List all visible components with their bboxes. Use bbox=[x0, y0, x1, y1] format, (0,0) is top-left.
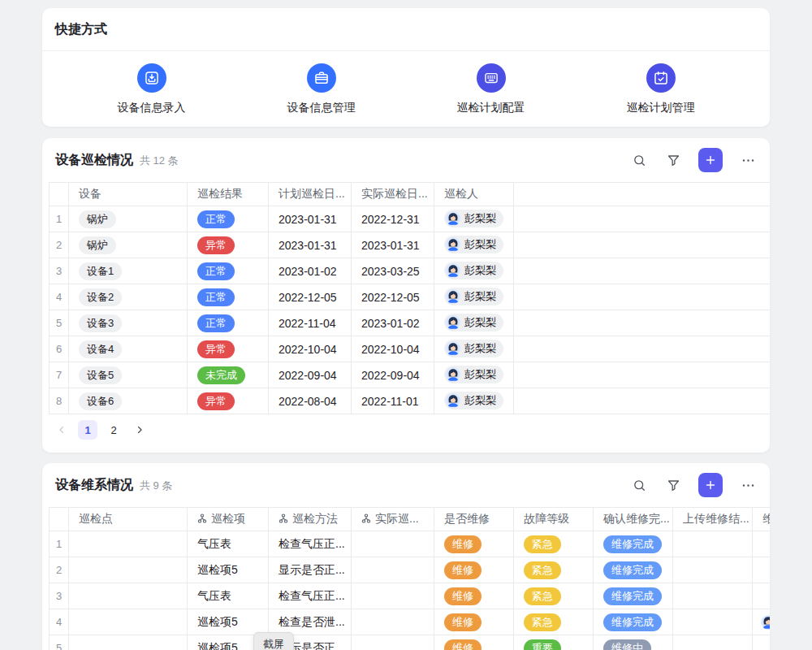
repair-pill: 维修 bbox=[444, 587, 482, 605]
device-tag: 设备2 bbox=[79, 288, 122, 306]
device-tag: 设备3 bbox=[79, 314, 122, 332]
avatar bbox=[446, 315, 460, 330]
actual-cell bbox=[352, 583, 434, 609]
avatar bbox=[446, 263, 460, 278]
col-header-index bbox=[50, 508, 69, 531]
planned-date: 2023-01-02 bbox=[269, 258, 352, 284]
inspector-chip: 彭梨梨 bbox=[444, 340, 503, 358]
device-tag: 锅炉 bbox=[79, 236, 116, 254]
row-index: 6 bbox=[50, 336, 69, 362]
shortcut-label: 巡检计划配置 bbox=[457, 101, 525, 115]
maintenance-toolbar: 设备维系情况 共 9 条 bbox=[42, 463, 770, 507]
shortcut-device-entry[interactable]: 设备信息录入 bbox=[87, 63, 217, 115]
result-pill: 正常 bbox=[197, 314, 235, 332]
row-index: 2 bbox=[50, 232, 69, 258]
inspector-chip: 彭梨梨 bbox=[444, 314, 503, 332]
table-row[interactable]: 2 巡检项5 显示是否正... 维修 紧急 维修完成 bbox=[50, 557, 771, 583]
item-cell: 气压表 bbox=[188, 583, 269, 609]
inspection-title: 设备巡检情况 bbox=[55, 152, 133, 169]
shortcut-label: 巡检计划管理 bbox=[627, 101, 695, 115]
inspection-card: 设备巡检情况 共 12 条 设备 巡检结果 计划巡检日... 实际巡检日... … bbox=[42, 138, 770, 453]
col-header-result: 巡检结果 bbox=[188, 183, 269, 206]
level-pill: 紧急 bbox=[524, 535, 561, 553]
level-pill: 重要 bbox=[524, 639, 561, 650]
table-row[interactable]: 3 气压表 检查气压正... 维修 紧急 维修完成 bbox=[50, 583, 771, 609]
table-row[interactable]: 3 设备1 正常 2023-01-02 2023-03-25 彭梨梨 bbox=[50, 258, 771, 284]
actual-cell bbox=[352, 609, 434, 635]
avatar bbox=[446, 341, 460, 356]
method-cell: 检查气压正... bbox=[269, 583, 352, 609]
inspector-chip: 彭梨梨 bbox=[444, 262, 503, 280]
row-index: 7 bbox=[50, 362, 69, 388]
shortcuts-row: 设备信息录入 设备信息管理 巡检计划配置 巡检计划管理 bbox=[42, 51, 770, 115]
shortcuts-title: 快捷方式 bbox=[55, 21, 107, 38]
page-button-1[interactable]: 1 bbox=[78, 420, 97, 440]
shortcut-plan-manage[interactable]: 巡检计划管理 bbox=[596, 63, 726, 115]
col-header-upload: 上传维修结... bbox=[673, 508, 753, 531]
table-row[interactable]: 5 设备3 正常 2022-11-04 2023-01-02 彭梨梨 bbox=[50, 310, 771, 336]
method-cell: 检查是否泄... bbox=[269, 609, 352, 635]
inspection-toolbar: 设备巡检情况 共 12 条 bbox=[42, 138, 770, 182]
dashboard-page: 快捷方式 设备信息录入 设备信息管理 巡检计划配置 bbox=[0, 0, 812, 650]
confirm-pill: 维修中 bbox=[603, 639, 651, 650]
search-icon[interactable] bbox=[630, 476, 648, 494]
item-cell: 巡检项5 bbox=[188, 609, 269, 635]
actual-date: 2022-10-04 bbox=[352, 336, 434, 362]
toolbar-actions bbox=[630, 148, 757, 172]
table-row[interactable]: 1 气压表 检查气压正... 维修 紧急 维修完成 bbox=[50, 531, 771, 557]
add-record-button[interactable] bbox=[698, 148, 723, 172]
shortcuts-header: 快捷方式 bbox=[42, 8, 770, 50]
device-tag: 设备4 bbox=[79, 340, 122, 358]
calendar-check-icon bbox=[646, 63, 676, 93]
point-cell bbox=[69, 583, 188, 609]
table-row[interactable]: 4 设备2 正常 2022-12-05 2022-12-05 彭梨梨 bbox=[50, 284, 771, 310]
item-cell: 巡检项5 bbox=[188, 557, 269, 583]
actual-cell bbox=[352, 635, 434, 650]
shortcut-device-manage[interactable]: 设备信息管理 bbox=[257, 63, 387, 115]
more-icon[interactable] bbox=[739, 151, 757, 169]
actual-date: 2023-03-25 bbox=[352, 258, 434, 284]
header-row: 巡检点 巡检项 巡检方法 实际巡... 是否维修 故障等级 确认维修完... 上… bbox=[50, 508, 771, 531]
search-icon[interactable] bbox=[630, 151, 648, 169]
inspector-chip: 彭梨梨 bbox=[444, 210, 503, 228]
avatar bbox=[446, 289, 460, 304]
table-row[interactable]: 2 锅炉 异常 2023-01-31 2023-01-31 彭梨梨 bbox=[50, 232, 771, 258]
col-header-inspector: 巡检人 bbox=[434, 183, 514, 206]
table-row[interactable]: 6 设备4 异常 2022-10-04 2022-10-04 彭梨梨 bbox=[50, 336, 771, 362]
item-cell: 气压表 bbox=[188, 531, 269, 557]
screenshot-tooltip: 截屏 bbox=[253, 632, 294, 650]
shortcut-plan-config[interactable]: 巡检计划配置 bbox=[426, 63, 556, 115]
repair-pill: 维修 bbox=[444, 639, 482, 650]
result-pill: 正常 bbox=[197, 288, 235, 306]
filter-icon[interactable] bbox=[664, 476, 682, 494]
avatar bbox=[446, 367, 460, 382]
planned-date: 2023-01-31 bbox=[269, 206, 352, 232]
actual-cell bbox=[352, 531, 434, 557]
col-header-confirm: 确认维修完... bbox=[594, 508, 673, 531]
next-page-button[interactable] bbox=[130, 420, 149, 440]
point-cell bbox=[69, 609, 188, 635]
table-row[interactable]: 4 巡检项5 检查是否泄... 维修 紧急 维修完成 bbox=[50, 609, 771, 635]
prev-page-button[interactable] bbox=[52, 420, 71, 440]
point-cell bbox=[69, 531, 188, 557]
add-record-button[interactable] bbox=[698, 473, 723, 497]
repair-pill: 维修 bbox=[444, 535, 482, 553]
device-tag: 锅炉 bbox=[79, 210, 116, 228]
page-button-2[interactable]: 2 bbox=[104, 420, 123, 440]
actual-date: 2022-12-05 bbox=[352, 284, 434, 310]
col-header-planned: 计划巡检日... bbox=[269, 183, 352, 206]
actual-date: 2023-01-02 bbox=[352, 310, 434, 336]
table-row[interactable]: 5 巡检项5 显示是否正... 维修 重要 维修中 bbox=[50, 635, 771, 650]
table-row[interactable]: 7 设备5 未完成 2022-09-04 2022-09-04 彭梨梨 bbox=[50, 362, 771, 388]
inspection-count: 共 12 条 bbox=[140, 154, 179, 168]
table-row[interactable]: 8 设备6 异常 2022-08-04 2022-11-01 彭梨梨 bbox=[50, 388, 771, 414]
table-row[interactable]: 1 锅炉 正常 2023-01-31 2022-12-31 彭梨梨 bbox=[50, 206, 771, 232]
planned-date: 2022-10-04 bbox=[269, 336, 352, 362]
header-row: 设备 巡检结果 计划巡检日... 实际巡检日... 巡检人 bbox=[50, 183, 771, 206]
device-tag: 设备6 bbox=[79, 392, 122, 410]
more-icon[interactable] bbox=[739, 476, 757, 494]
device-tag: 设备5 bbox=[79, 366, 122, 384]
filter-icon[interactable] bbox=[664, 151, 682, 169]
device-entry-icon bbox=[137, 63, 166, 93]
actual-date: 2022-09-04 bbox=[352, 362, 434, 388]
